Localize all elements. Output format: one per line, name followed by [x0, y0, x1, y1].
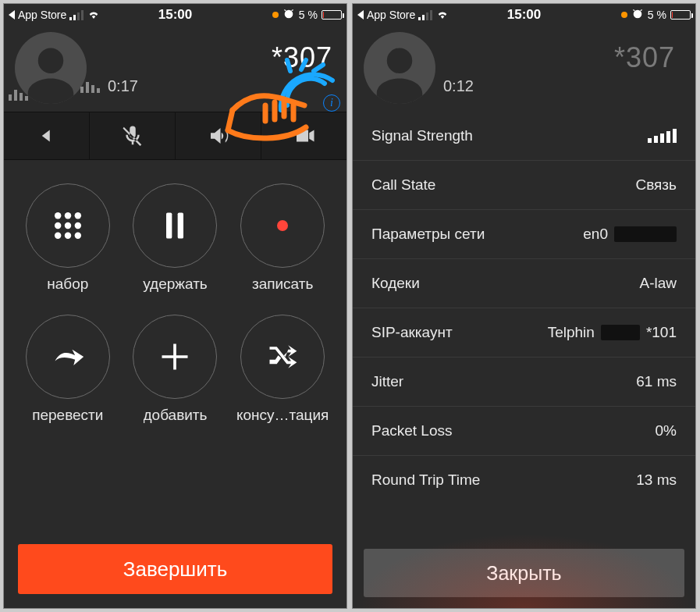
redacted-block	[614, 226, 677, 242]
action-add-label: добавить	[144, 407, 208, 424]
stat-rtt: Round Trip Time 13 ms	[353, 456, 695, 504]
close-button[interactable]: Закрыть	[364, 549, 684, 597]
cell-signal-icon	[418, 10, 432, 20]
stat-value: 0%	[656, 422, 677, 439]
stat-label: Call State	[371, 176, 435, 194]
stat-value: A-law	[639, 275, 677, 292]
mic-off-icon	[121, 124, 144, 148]
action-consult-label: консу…тация	[236, 407, 329, 424]
call-header: *307 0:12	[353, 26, 695, 107]
stat-codecs: Кодеки A-law	[353, 259, 695, 308]
stat-jitter: Jitter 61 ms	[353, 358, 695, 407]
status-bar: App Store 15:00 5 %	[353, 4, 695, 26]
stat-signal-strength: Signal Strength	[353, 112, 695, 161]
plus-icon	[158, 340, 192, 374]
action-keypad-label: набор	[47, 276, 88, 293]
call-header: *307 0:17 i	[4, 26, 346, 112]
end-call-button[interactable]: Завершить	[18, 544, 332, 594]
svg-point-2	[74, 212, 80, 219]
svg-rect-9	[166, 213, 172, 239]
stat-value: Telphin	[548, 324, 595, 341]
svg-rect-10	[178, 213, 183, 239]
action-record[interactable]: записать	[233, 183, 332, 293]
svg-point-8	[74, 233, 80, 239]
wifi-icon	[87, 7, 101, 23]
call-toolbar	[4, 112, 346, 160]
keypad-icon	[51, 208, 85, 243]
battery-text: 5 %	[299, 9, 318, 21]
stat-packet-loss: Packet Loss 0%	[353, 407, 695, 456]
svg-point-1	[65, 212, 71, 219]
dialed-number: *307	[272, 41, 342, 74]
stat-label: Параметры сети	[371, 226, 485, 243]
alarm-icon	[631, 8, 644, 23]
action-transfer-label: перевести	[32, 407, 103, 424]
cell-signal-icon	[69, 10, 84, 20]
stat-label: Кодеки	[371, 275, 420, 292]
action-add[interactable]: добавить	[126, 315, 226, 424]
triangle-left-icon	[35, 124, 59, 148]
video-icon	[293, 124, 316, 148]
audio-level-right-icon	[80, 82, 100, 93]
battery-icon	[322, 10, 342, 20]
svg-point-6	[55, 233, 61, 239]
toolbar-video-button[interactable]	[261, 112, 346, 159]
back-app-label[interactable]: App Store	[18, 9, 66, 21]
call-timer: 0:12	[443, 77, 474, 94]
record-icon	[277, 220, 288, 231]
svg-point-7	[65, 233, 71, 239]
clock: 15:00	[468, 7, 579, 23]
transfer-arrow-icon	[51, 340, 85, 374]
battery-text: 5 %	[648, 9, 666, 21]
svg-point-0	[55, 212, 61, 219]
action-hold[interactable]: удержать	[126, 183, 226, 293]
svg-point-3	[55, 222, 61, 229]
call-timer: 0:17	[108, 77, 138, 94]
phone-screen-stats: App Store 15:00 5 % *307 0:12	[352, 3, 696, 609]
stat-value: 61 ms	[636, 373, 677, 390]
stat-label: SIP-аккаунт	[371, 324, 453, 341]
stat-value: 13 ms	[636, 471, 677, 489]
info-icon[interactable]: i	[323, 94, 340, 112]
recording-indicator-icon	[621, 12, 627, 18]
stat-sip-account: SIP-аккаунт Telphin *101	[353, 308, 695, 358]
phone-screen-call: App Store 15:00 5 % *307 0:17	[3, 3, 347, 609]
shuffle-icon	[265, 340, 300, 374]
stat-call-state: Call State Связь	[353, 161, 695, 210]
action-hold-label: удержать	[143, 276, 208, 293]
toolbar-back-button[interactable]	[4, 112, 90, 159]
speaker-icon	[207, 124, 230, 148]
call-stats-list: Signal Strength Call State Связь Парамет…	[353, 112, 695, 504]
back-triangle-icon[interactable]	[9, 10, 15, 20]
stat-label: Round Trip Time	[371, 471, 480, 489]
stat-value: *101	[646, 324, 677, 341]
redacted-block	[601, 325, 640, 340]
action-transfer[interactable]: перевести	[18, 315, 118, 424]
contact-avatar	[364, 32, 435, 104]
svg-point-5	[74, 222, 80, 229]
call-actions: набор удержать записать перевести добави…	[4, 160, 346, 432]
dialed-number: *307	[614, 41, 684, 74]
recording-indicator-icon	[272, 12, 279, 18]
battery-icon	[670, 10, 691, 20]
toolbar-speaker-button[interactable]	[176, 112, 261, 159]
stat-network: Параметры сети en0	[353, 210, 695, 259]
pause-icon	[158, 208, 192, 243]
alarm-icon	[282, 8, 295, 23]
wifi-icon	[435, 7, 449, 23]
toolbar-mute-button[interactable]	[90, 112, 176, 159]
action-consult[interactable]: консу…тация	[233, 315, 332, 424]
signal-bars-icon	[648, 129, 677, 143]
stat-label: Signal Strength	[371, 127, 473, 144]
status-bar: App Store 15:00 5 %	[4, 4, 346, 26]
stat-label: Packet Loss	[371, 422, 453, 439]
back-app-label[interactable]: App Store	[367, 9, 415, 21]
stat-label: Jitter	[371, 373, 403, 390]
action-record-label: записать	[252, 276, 313, 293]
stat-value: en0	[583, 226, 608, 243]
audio-level-left-icon	[9, 90, 28, 101]
action-keypad[interactable]: набор	[18, 183, 118, 293]
stat-value: Связь	[635, 176, 677, 194]
back-triangle-icon[interactable]	[357, 10, 364, 20]
svg-point-4	[65, 222, 71, 229]
